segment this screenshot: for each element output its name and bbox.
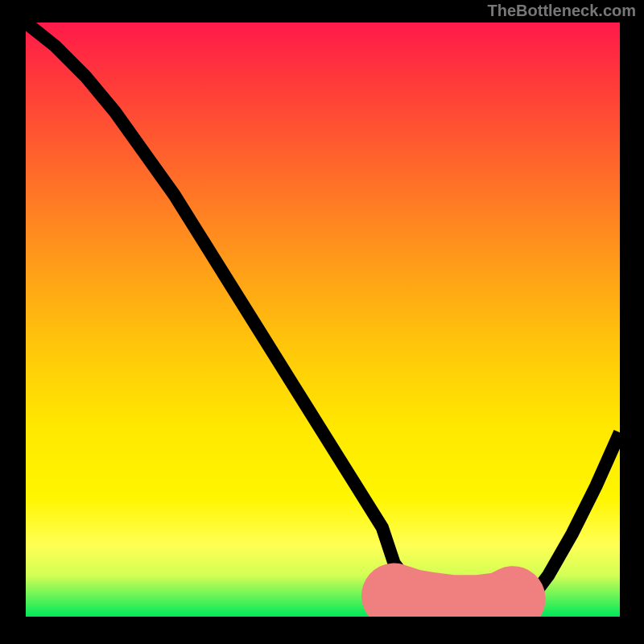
chart-plot-area [26,23,620,617]
watermark-text: TheBottleneck.com [488,2,636,20]
chart-svg [26,23,620,617]
optimal-range-marker-line [394,596,514,608]
bottleneck-curve-line [26,23,620,613]
